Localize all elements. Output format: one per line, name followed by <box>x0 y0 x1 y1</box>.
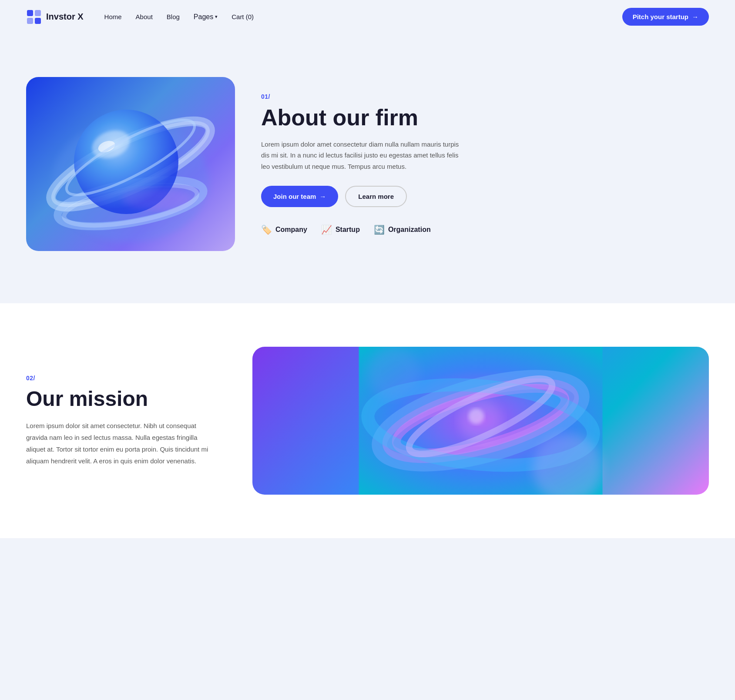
section-number-1: 01/ <box>261 93 461 100</box>
organization-icon: 🔄 <box>374 224 385 235</box>
hero-sphere-graphic <box>26 77 235 251</box>
learn-more-button[interactable]: Learn more <box>345 186 407 207</box>
svg-rect-1 <box>35 10 41 16</box>
mission-graphic <box>252 347 709 495</box>
partner-company: 🏷️ Company <box>261 224 307 235</box>
pitch-startup-button[interactable]: Pitch your startup → <box>622 8 709 26</box>
hero-content: 01/ About our firm Lorem ipsum dolor ame… <box>261 93 461 235</box>
svg-rect-2 <box>27 18 33 24</box>
partner-startup: 📈 Startup <box>321 224 360 235</box>
svg-rect-3 <box>35 18 41 24</box>
hero-description: Lorem ipsum dolor amet consectetur diam … <box>261 139 461 172</box>
arrow-icon: → <box>319 193 326 200</box>
svg-point-13 <box>122 188 191 210</box>
hero-buttons: Join our team → Learn more <box>261 186 461 207</box>
logo[interactable]: Invstor X <box>26 9 84 25</box>
chevron-down-icon: ▾ <box>215 14 218 20</box>
svg-point-21 <box>469 409 484 424</box>
company-icon: 🏷️ <box>261 224 272 235</box>
nav-item-pages[interactable]: Pages ▾ <box>194 13 218 21</box>
about-section: 01/ About our firm Lorem ipsum dolor ame… <box>0 33 735 303</box>
mission-title: Our mission <box>26 387 218 411</box>
partner-logos: 🏷️ Company 📈 Startup 🔄 Organization <box>261 224 461 235</box>
mission-image <box>252 347 709 495</box>
svg-rect-0 <box>27 10 33 16</box>
mission-content: 02/ Our mission Lorem ipsum dolor sit am… <box>26 375 218 466</box>
startup-icon: 📈 <box>321 224 332 235</box>
hero-title: About our firm <box>261 105 461 130</box>
arrow-icon: → <box>692 13 698 20</box>
mission-section: 02/ Our mission Lorem ipsum dolor sit am… <box>0 303 735 538</box>
join-team-button[interactable]: Join our team → <box>261 186 338 207</box>
nav-item-about[interactable]: About <box>136 13 153 21</box>
section-number-2: 02/ <box>26 375 218 382</box>
logo-text: Invstor X <box>46 12 84 22</box>
nav-item-cart[interactable]: Cart (0) <box>232 13 254 21</box>
navbar: Invstor X Home About Blog Pages ▾ Cart (… <box>0 0 735 33</box>
nav-item-home[interactable]: Home <box>104 13 122 21</box>
logo-icon <box>26 9 42 25</box>
svg-point-23 <box>368 347 420 399</box>
nav-item-blog[interactable]: Blog <box>167 13 180 21</box>
mission-description: Lorem ipsum dolor sit amet consectetur. … <box>26 420 218 467</box>
partner-organization: 🔄 Organization <box>374 224 431 235</box>
hero-image <box>26 77 235 251</box>
